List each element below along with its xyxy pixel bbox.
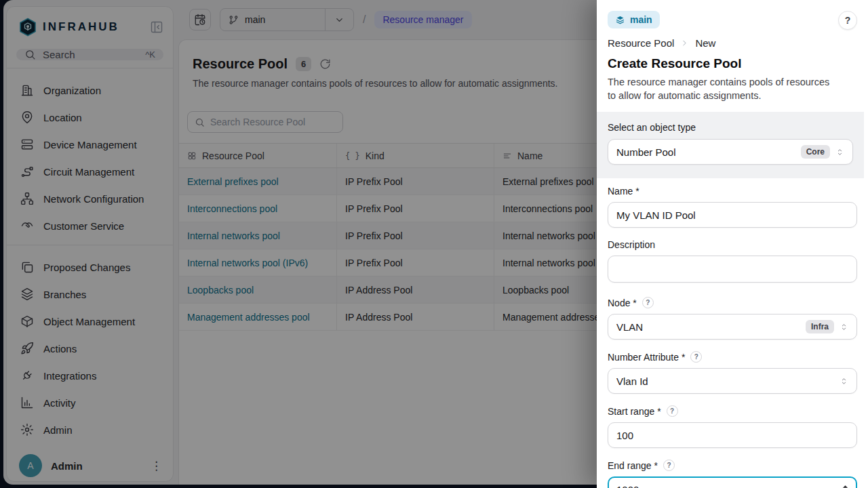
end-range-help-icon[interactable]: ? — [663, 460, 675, 471]
breadcrumb-current: New — [695, 37, 715, 49]
node-field-label: Node * — [608, 298, 637, 308]
drawer-form: Name * Description Node * ? VLAN Infra — [597, 178, 868, 488]
number-attribute-help-icon[interactable]: ? — [690, 351, 702, 363]
number-spinner[interactable] — [842, 485, 848, 488]
branch-badge-label: main — [630, 14, 652, 25]
name-field-label: Name * — [608, 186, 639, 197]
chevron-right-icon — [680, 39, 689, 47]
branch-badge: main — [608, 11, 660, 28]
object-type-value: Number Pool — [616, 146, 795, 158]
description-field-label: Description — [608, 239, 655, 250]
end-range-field — [608, 476, 857, 488]
start-range-field-label: Start range * — [608, 406, 661, 417]
spinner-up-icon[interactable] — [842, 485, 848, 488]
infra-badge: Infra — [806, 320, 834, 333]
node-help-icon[interactable]: ? — [642, 297, 654, 308]
layers-icon — [615, 15, 625, 25]
help-button[interactable]: ? — [838, 11, 857, 30]
number-attribute-select[interactable]: Vlan Id — [608, 368, 857, 394]
modal-overlay[interactable] — [0, 0, 597, 488]
name-input[interactable] — [616, 209, 848, 221]
end-range-field-label: End range * — [608, 460, 658, 471]
name-field — [608, 202, 857, 228]
chevrons-up-down-icon — [835, 148, 844, 157]
start-range-help-icon[interactable]: ? — [667, 405, 678, 417]
object-type-label: Select an object type — [608, 122, 853, 133]
breadcrumb-parent[interactable]: Resource Pool — [608, 37, 674, 49]
create-resource-pool-drawer: main ? Resource Pool New Create Resource… — [597, 0, 868, 488]
description-textarea[interactable] — [608, 256, 857, 283]
start-range-input[interactable] — [616, 430, 848, 441]
number-attribute-value: Vlan Id — [616, 375, 834, 387]
start-range-field — [608, 422, 857, 448]
end-range-input[interactable] — [616, 484, 837, 488]
core-badge: Core — [801, 145, 830, 159]
node-select[interactable]: VLAN Infra — [608, 314, 857, 340]
object-type-select[interactable]: Number Pool Core — [608, 139, 853, 165]
drawer-breadcrumb: Resource Pool New — [608, 37, 857, 49]
drawer-description: The resource manager contains pools of r… — [608, 75, 838, 102]
drawer-title: Create Resource Pool — [608, 56, 857, 71]
number-attribute-field-label: Number Attribute * — [608, 352, 685, 363]
chevrons-up-down-icon — [840, 323, 848, 331]
object-type-section: Select an object type Number Pool Core — [597, 112, 864, 178]
chevrons-up-down-icon — [840, 377, 848, 386]
node-value: VLAN — [616, 321, 800, 333]
